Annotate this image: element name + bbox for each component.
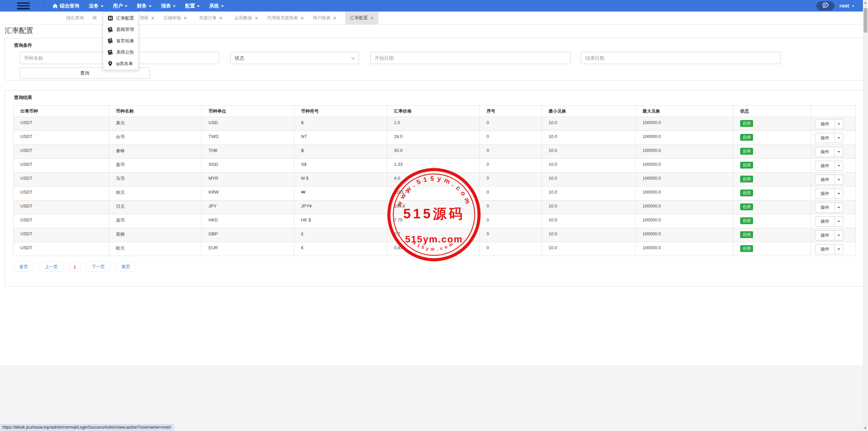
action-button[interactable]: 操作 xyxy=(815,216,835,227)
caret-down-icon xyxy=(173,5,176,7)
action-dropdown-toggle[interactable] xyxy=(835,189,843,199)
action-split-button: 操作 xyxy=(815,230,843,240)
action-dropdown-toggle[interactable] xyxy=(835,147,843,157)
tab-充值订单[interactable]: 充值订单✕ xyxy=(199,12,223,25)
close-icon[interactable]: ✕ xyxy=(219,16,223,20)
close-icon[interactable]: ✕ xyxy=(300,16,304,20)
navbar-divider xyxy=(45,0,45,12)
close-icon[interactable]: ✕ xyxy=(370,16,374,20)
nav-menu-系统[interactable]: 系统 xyxy=(204,0,229,12)
table-cell: 100000.0 xyxy=(636,200,733,214)
close-icon[interactable]: ✕ xyxy=(183,16,187,20)
close-icon[interactable]: ✕ xyxy=(151,16,155,20)
column-header-最小兑换: 最小兑换 xyxy=(542,106,636,117)
table-row: USDT美元USD$1.0010.0100000.0启用操作 xyxy=(14,117,856,131)
table-row: USDT韩元KRW₩1103.74010.0100000.0启用操作 xyxy=(14,187,856,200)
table-cell: KRW xyxy=(202,187,294,200)
table-cell: USDT xyxy=(14,117,109,131)
action-dropdown-toggle[interactable] xyxy=(835,230,843,240)
caret-down-icon xyxy=(837,221,840,222)
menu-item-label: 汇率配置 xyxy=(116,15,134,21)
end-date-input[interactable] xyxy=(581,52,781,64)
footer-band xyxy=(0,365,868,431)
tab-运营数据[interactable]: 运营数据✕ xyxy=(235,12,258,25)
chat-icon xyxy=(822,2,829,9)
tab-理商[interactable]: 理商✕ xyxy=(140,12,155,25)
vertical-scrollbar[interactable] xyxy=(863,0,868,431)
menu-item-首页轮播[interactable]: 首页轮播 xyxy=(103,35,138,47)
username: root xyxy=(840,3,849,8)
action-dropdown-toggle[interactable] xyxy=(835,133,843,143)
action-dropdown-toggle[interactable] xyxy=(835,202,843,213)
nav-menu-业务[interactable]: 业务 xyxy=(84,0,108,12)
action-dropdown-toggle[interactable] xyxy=(835,216,843,227)
page-button-首页[interactable]: 首页 xyxy=(13,262,34,272)
nav-menu-综合查询[interactable]: 综合查询 xyxy=(48,0,84,12)
scroll-up-arrow-icon[interactable] xyxy=(864,2,866,4)
table-cell: 10.0 xyxy=(542,173,636,187)
table-cell: 0 xyxy=(480,145,542,159)
status-badge: 启用 xyxy=(740,134,753,141)
nav-menu-配置[interactable]: 配置 xyxy=(180,0,204,12)
action-button[interactable]: 操作 xyxy=(815,147,835,157)
status-cell: 启用 xyxy=(733,242,811,256)
table-row: USDT泰铢THB฿30.0010.0100000.0启用操作 xyxy=(14,145,856,159)
table-cell: 100000.0 xyxy=(636,173,733,187)
menu-item-新闻管理[interactable]: 新闻管理 xyxy=(103,24,138,36)
user-menu[interactable]: root xyxy=(840,3,854,8)
status-select[interactable]: 状态 xyxy=(230,52,359,64)
table-cell: 马币 xyxy=(109,173,202,187)
table-row: USDT台币TWDNT28.0010.0100000.0启用操作 xyxy=(14,131,856,145)
tab-label: 商 xyxy=(93,15,97,21)
nav-menu-label: 报表 xyxy=(161,3,171,9)
page-button-上一页[interactable]: 上一页 xyxy=(39,262,64,272)
actions-cell: 操作 xyxy=(811,159,856,173)
status-cell: 启用 xyxy=(733,228,811,242)
tab-代理商充提报表[interactable]: 代理商充提报表✕ xyxy=(267,12,304,25)
tab-商[interactable]: 商 xyxy=(93,12,97,25)
action-split-button: 操作 xyxy=(815,161,843,171)
action-button[interactable]: 操作 xyxy=(815,175,835,185)
tab-用户报表[interactable]: 用户报表✕ xyxy=(313,12,337,25)
page-button-尾页[interactable]: 尾页 xyxy=(115,262,136,272)
table-cell: 1103.74 xyxy=(387,187,480,200)
nav-menu-报表[interactable]: 报表 xyxy=(156,0,180,12)
h-square-icon xyxy=(107,16,113,21)
action-button[interactable]: 操作 xyxy=(815,230,835,240)
close-icon[interactable]: ✕ xyxy=(255,16,258,20)
table-cell: SGD xyxy=(202,159,294,173)
results-section-title: 查询结果 xyxy=(14,95,32,101)
page-button-1[interactable]: 1 xyxy=(68,262,81,272)
messages-button[interactable] xyxy=(816,1,834,11)
close-icon[interactable]: ✕ xyxy=(333,16,337,20)
nav-menu-财务[interactable]: 财务 xyxy=(132,0,156,12)
action-button[interactable]: 操作 xyxy=(815,244,835,254)
action-button[interactable]: 操作 xyxy=(815,202,835,213)
nav-menu-用户[interactable]: 用户 xyxy=(108,0,132,12)
tab-综合查询[interactable]: 综合查询 xyxy=(66,12,84,25)
menu-item-ip黑名单[interactable]: ip黑名单 xyxy=(103,58,138,70)
action-button[interactable]: 操作 xyxy=(815,161,835,171)
tab-汇率配置[interactable]: 汇率配置✕ xyxy=(345,12,378,25)
action-button[interactable]: 操作 xyxy=(815,119,835,129)
table-cell: 港币 xyxy=(109,214,202,228)
tab-店铺审核[interactable]: 店铺审核✕ xyxy=(163,12,187,25)
page-button-下一页[interactable]: 下一页 xyxy=(85,262,111,272)
action-dropdown-toggle[interactable] xyxy=(835,175,843,185)
action-button[interactable]: 操作 xyxy=(815,133,835,143)
table-cell: USDT xyxy=(14,228,109,242)
table-cell: M $ xyxy=(294,173,387,187)
menu-item-汇率配置[interactable]: 汇率配置 xyxy=(103,13,138,24)
action-button[interactable]: 操作 xyxy=(815,189,835,199)
start-date-input[interactable] xyxy=(370,52,571,64)
table-cell: 10.0 xyxy=(542,131,636,145)
scroll-down-arrow-icon[interactable] xyxy=(864,427,866,429)
menu-item-系统公告[interactable]: 系统公告 xyxy=(103,47,138,58)
tab-label: 运营数据 xyxy=(235,15,252,21)
sidebar-toggle-icon[interactable] xyxy=(17,2,30,9)
action-dropdown-toggle[interactable] xyxy=(835,119,843,129)
scrollbar-thumb[interactable] xyxy=(864,8,867,33)
caret-down-icon xyxy=(125,5,127,7)
action-dropdown-toggle[interactable] xyxy=(835,161,843,171)
action-dropdown-toggle[interactable] xyxy=(835,244,843,254)
